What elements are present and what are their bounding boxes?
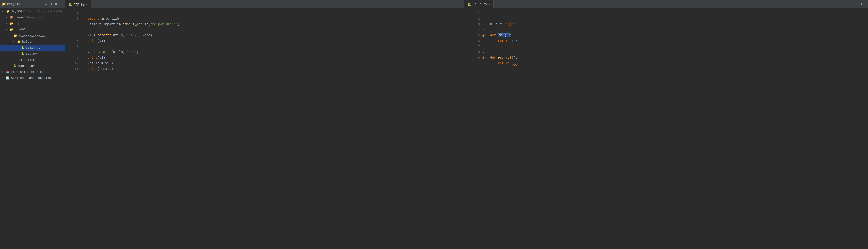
line-5: 5: [67, 33, 78, 38]
sidebar-item-label: External Libraries: [11, 70, 43, 74]
left-editor-pane: 1 2 3 4 5 6 7 8 9 10 11 ✓ import importl…: [65, 8, 467, 249]
path-label: E:/PycharmProjects/day006: [23, 10, 62, 13]
rline-6: 6: [469, 38, 480, 44]
sidebar-item-apps[interactable]: ▶ 📁 apps: [0, 21, 65, 27]
python-icon: 🐍: [21, 46, 25, 50]
arrow-icon: [9, 59, 13, 61]
right-line-numbers: 1 2 3 4 5 6 7 8 9: [467, 8, 481, 249]
sidebar-item-day006-inner[interactable]: ▼ 📁 day006: [0, 27, 65, 33]
menu-icon[interactable]: ⋮: [458, 2, 462, 6]
close-tab-icon[interactable]: ✕: [488, 3, 490, 6]
rline-1: 1: [469, 10, 480, 16]
arrow-icon: ▶: [2, 71, 6, 73]
rline-9: 9: [469, 55, 480, 61]
sidebar-item-day006-root[interactable]: ▼ 📁 day006 E:/PycharmProjects/day006: [0, 8, 65, 14]
arrow-icon: [9, 65, 13, 67]
line-3: 3: [67, 22, 78, 27]
arrow-icon: ▼: [6, 28, 9, 31]
arrow-icon: ▶: [6, 22, 9, 25]
sidebar-item-label: apps: [15, 22, 22, 25]
rline-5: 5: [469, 33, 480, 38]
venv-extra: library root: [25, 16, 43, 19]
code-line-8: print(v2): [88, 56, 105, 60]
sidebar-header: 📁 Project ◎ ⊟ ⚙ —: [0, 0, 65, 8]
sidebar: 📁 Project ◎ ⊟ ⚙ — ▼ 📁 day006 E:/PycharmP…: [0, 0, 65, 249]
code-line-11: [88, 73, 90, 76]
code-line-3: [88, 28, 90, 32]
editor-area: 🐍 app.py ✕ ⋮ 🐍 utils.py ✕ ▲ 2 1 2 3: [65, 0, 868, 249]
editor-toolbar: ⋮: [456, 0, 464, 8]
rline-3: 3: [469, 22, 480, 27]
sidebar-item-ext-libs[interactable]: ▶ 📚 External Libraries: [0, 69, 65, 75]
tab-utils-py[interactable]: 🐍 utils.py ✕: [464, 0, 494, 8]
warning-icon: ▲: [861, 3, 863, 6]
arrow-icon: [17, 46, 21, 49]
folder-icon: 📁: [6, 9, 10, 13]
extlib-icon: 📚: [6, 70, 10, 74]
sidebar-item-venv[interactable]: ▶ 📦 .venv library root: [0, 14, 65, 21]
line-1: 1: [67, 10, 78, 16]
sidebar-item-label: .venv: [15, 16, 24, 19]
rline-2: 2: [469, 16, 480, 22]
python-file-icon: 🐍: [68, 3, 72, 6]
sidebar-item-label: app.py: [26, 52, 37, 56]
sidebar-item-utils-py[interactable]: 🐍 utils.py: [0, 45, 65, 51]
editors-container: 1 2 3 4 5 6 7 8 9 10 11 ✓ import importl…: [65, 8, 868, 249]
sidebar-item-xxxx[interactable]: ▼ 📁 xxxxxxxxxxxxxxx: [0, 33, 65, 39]
rcode-line-8: def encrypt():: [490, 56, 518, 60]
rcode-line-7: [490, 50, 492, 54]
minimize-icon[interactable]: —: [59, 2, 63, 6]
lock-icon-encrypt: 🔒: [482, 56, 485, 59]
left-code-content[interactable]: import importlib utils = importlib.impor…: [84, 8, 466, 249]
folder-icon: 📁: [9, 28, 13, 32]
code-line-2: utils = importlib.import_module("helper.…: [88, 22, 180, 26]
run-def-icon-encrypt[interactable]: ▶: [483, 50, 485, 54]
right-code-content[interactable]: CITY = "北京" def md5(): return 123 def en…: [486, 8, 868, 249]
rline-7: 7: [469, 44, 480, 49]
left-code-area[interactable]: 1 2 3 4 5 6 7 8 9 10 11 ✓ import importl…: [65, 8, 466, 249]
folder-icon: 📁: [13, 34, 17, 38]
tab-app-py[interactable]: 🐍 app.py ✕: [65, 0, 91, 8]
db-icon: 🗄: [13, 58, 17, 62]
arrow-icon: ▼: [2, 10, 6, 13]
rcode-line-9: return 999: [490, 62, 518, 65]
run-def-icon-md5[interactable]: ▶: [483, 28, 485, 32]
rcode-line-2: CITY = "北京": [490, 22, 514, 26]
locate-icon[interactable]: ◎: [43, 2, 47, 6]
line-4: 4: [67, 27, 78, 33]
sidebar-item-manage-py[interactable]: 🐍 manage.py: [0, 63, 65, 69]
sidebar-item-label: manage.py: [19, 64, 35, 68]
warning-indicator: ▲ 2: [858, 0, 868, 8]
sidebar-item-label: Scratches and Consoles: [11, 76, 51, 80]
tab-label: utils.py: [472, 3, 487, 6]
rcode-line-6: [490, 45, 492, 48]
sidebar-item-helper[interactable]: ▼ 📁 helper: [0, 39, 65, 45]
line-7: 7: [67, 44, 78, 49]
code-line-6: [88, 45, 90, 48]
line-2: 2: [67, 16, 78, 22]
code-line-10: print(result): [88, 67, 113, 71]
line-10: 10: [67, 61, 78, 66]
right-code-area[interactable]: 1 2 3 4 5 6 7 8 9 ▶: [467, 8, 868, 249]
scratches-icon: 📝: [6, 76, 10, 80]
sidebar-item-scratches[interactable]: ▶ 📝 Scratches and Consoles: [0, 75, 65, 81]
folder-icon: 📁: [17, 40, 21, 44]
venv-icon: 📦: [9, 15, 13, 20]
collapse-icon[interactable]: ⊟: [49, 2, 53, 6]
code-line-4: v1 = getattr(utils, "CITY", None): [88, 34, 152, 37]
folder-icon: 📁: [9, 22, 13, 26]
settings-icon[interactable]: ⚙: [54, 2, 58, 6]
project-icon: 📁: [2, 2, 6, 6]
sidebar-item-app-py[interactable]: 🐍 app.py: [0, 51, 65, 57]
sidebar-item-db[interactable]: 🗄 db.sqlite3: [0, 57, 65, 63]
arrow-icon: ▶: [2, 77, 6, 79]
rcode-line-4: def md5():: [490, 33, 512, 37]
arrow-icon: [17, 52, 21, 55]
right-editor-pane: 1 2 3 4 5 6 7 8 9 ▶: [467, 8, 868, 249]
line-6: 6: [67, 38, 78, 44]
warning-count: 2: [864, 3, 865, 6]
close-tab-icon[interactable]: ✕: [86, 3, 88, 6]
rline-8: 8: [469, 49, 480, 55]
sidebar-item-label: day006: [15, 28, 26, 31]
sidebar-title: Project: [7, 2, 42, 6]
